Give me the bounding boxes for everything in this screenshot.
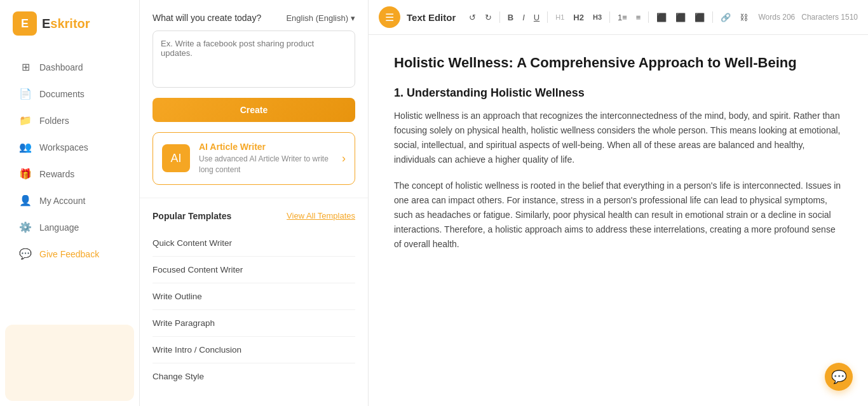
h2-button[interactable]: H2	[569, 10, 588, 25]
workspaces-icon: 👥	[19, 141, 32, 153]
create-section: What will you create today? English (Eng…	[140, 0, 368, 198]
templates-section: Popular Templates View All Templates Qui…	[140, 198, 368, 402]
sidebar-item-label: Language	[39, 222, 79, 233]
logo-text: Eskritor	[42, 17, 90, 31]
toolbar-divider-4	[648, 11, 649, 23]
toolbar: ↺ ↻ B I U H1 H2 H3 1≡ ≡ ⬛ ⬛ ⬛ 🔗 ⛓	[465, 10, 752, 25]
rewards-icon: 🎁	[19, 168, 32, 180]
template-item-outline[interactable]: Write Outline	[153, 283, 355, 310]
chevron-down-icon: ▾	[351, 13, 355, 23]
sidebar-item-label: Dashboard	[39, 62, 83, 72]
editor-header: ☰ Text Editor ↺ ↻ B I U H1 H2 H3 1≡ ≡ ⬛ …	[369, 0, 868, 35]
language-selector[interactable]: English (English) ▾	[286, 13, 355, 23]
sidebar-item-dashboard[interactable]: ⊞ Dashboard	[5, 54, 134, 80]
italic-button[interactable]: I	[519, 10, 529, 25]
toolbar-divider-3	[609, 11, 610, 23]
redo-button[interactable]: ↻	[481, 10, 496, 25]
sidebar-item-label: Give Feedback	[39, 249, 99, 259]
account-icon: 👤	[19, 194, 32, 206]
toolbar-divider-5	[712, 11, 713, 23]
view-all-templates-link[interactable]: View All Templates	[287, 211, 355, 220]
editor-content[interactable]: Holistic Wellness: A Comprehensive Appro…	[369, 35, 868, 406]
feedback-icon: 💬	[19, 248, 32, 260]
ai-arrow-icon: ›	[342, 152, 346, 165]
align-center-button[interactable]: ⬛	[672, 10, 689, 25]
ai-article-writer-icon: AI	[162, 144, 190, 172]
sidebar-item-language[interactable]: ⚙️ Language	[5, 214, 134, 240]
logo-icon: E	[13, 11, 37, 36]
sidebar-item-account[interactable]: 👤 My Account	[5, 187, 134, 213]
sidebar-promo-box	[5, 325, 134, 401]
editor-menu-icon[interactable]: ☰	[379, 6, 400, 28]
template-item-focused[interactable]: Focused Content Writer	[153, 257, 355, 283]
dashboard-icon: ⊞	[19, 61, 32, 73]
ai-subtitle: Use advanced AI Article Writer to write …	[199, 154, 333, 175]
create-header: What will you create today? English (Eng…	[153, 13, 355, 23]
template-item-quick[interactable]: Quick Content Writer	[153, 230, 355, 257]
left-panel: What will you create today? English (Eng…	[140, 0, 369, 406]
create-label: What will you create today?	[153, 13, 261, 23]
link-button[interactable]: 🔗	[717, 10, 735, 25]
underline-button[interactable]: U	[530, 10, 543, 25]
editor-title: Text Editor	[407, 12, 459, 23]
logo-area: E Eskritor	[0, 0, 139, 47]
create-button[interactable]: Create	[153, 98, 355, 122]
sidebar-item-feedback[interactable]: 💬 Give Feedback	[5, 241, 134, 267]
create-textarea[interactable]	[153, 30, 355, 88]
toolbar-divider-1	[499, 11, 500, 23]
language-icon: ⚙️	[19, 221, 32, 233]
sidebar: E Eskritor ⊞ Dashboard 📄 Documents 📁 Fol…	[0, 0, 140, 406]
sidebar-item-label: Documents	[39, 89, 85, 99]
documents-icon: 📄	[19, 88, 32, 100]
right-panel: ☰ Text Editor ↺ ↻ B I U H1 H2 H3 1≡ ≡ ⬛ …	[369, 0, 868, 406]
sidebar-item-label: Rewards	[39, 169, 74, 179]
sidebar-item-rewards[interactable]: 🎁 Rewards	[5, 161, 134, 187]
unlink-button[interactable]: ⛓	[736, 10, 752, 25]
sidebar-item-documents[interactable]: 📄 Documents	[5, 81, 134, 107]
word-count: Words 206 Characters 1510	[758, 13, 858, 22]
align-left-button[interactable]: ⬛	[653, 10, 670, 25]
chat-fab-button[interactable]: 💬	[825, 363, 853, 391]
document-title: Holistic Wellness: A Comprehensive Appro…	[394, 54, 843, 72]
sidebar-item-workspaces[interactable]: 👥 Workspaces	[5, 134, 134, 160]
templates-header: Popular Templates View All Templates	[153, 211, 355, 221]
ordered-list-button[interactable]: 1≡	[614, 10, 631, 25]
ai-text: AI Article Writer Use advanced AI Articl…	[199, 142, 333, 175]
ai-article-writer-banner[interactable]: AI AI Article Writer Use advanced AI Art…	[153, 132, 355, 185]
folders-icon: 📁	[19, 114, 32, 126]
main-content: What will you create today? English (Eng…	[140, 0, 868, 406]
bold-button[interactable]: B	[504, 10, 517, 25]
unordered-list-button[interactable]: ≡	[632, 10, 645, 25]
document-paragraph-2: The concept of holistic wellness is root…	[394, 179, 843, 252]
sidebar-item-label: My Account	[39, 196, 85, 206]
ai-title: AI Article Writer	[199, 142, 333, 152]
undo-button[interactable]: ↺	[465, 10, 480, 25]
document-heading: 1. Understanding Holistic Wellness	[394, 86, 843, 100]
sidebar-item-label: Workspaces	[39, 142, 88, 152]
h1-button[interactable]: H1	[552, 11, 568, 24]
align-right-button[interactable]: ⬛	[691, 10, 709, 25]
h3-button[interactable]: H3	[589, 11, 606, 24]
template-item-intro[interactable]: Write Intro / Conclusion	[153, 337, 355, 363]
template-item-paragraph[interactable]: Write Paragraph	[153, 310, 355, 337]
toolbar-divider-2	[547, 11, 548, 23]
sidebar-item-label: Folders	[39, 116, 69, 126]
nav-items: ⊞ Dashboard 📄 Documents 📁 Folders 👥 Work…	[0, 47, 139, 320]
template-item-style[interactable]: Change Style	[153, 363, 355, 389]
sidebar-item-folders[interactable]: 📁 Folders	[5, 107, 134, 133]
templates-title: Popular Templates	[153, 211, 231, 221]
document-paragraph-1: Holistic wellness is an approach that re…	[394, 109, 843, 167]
